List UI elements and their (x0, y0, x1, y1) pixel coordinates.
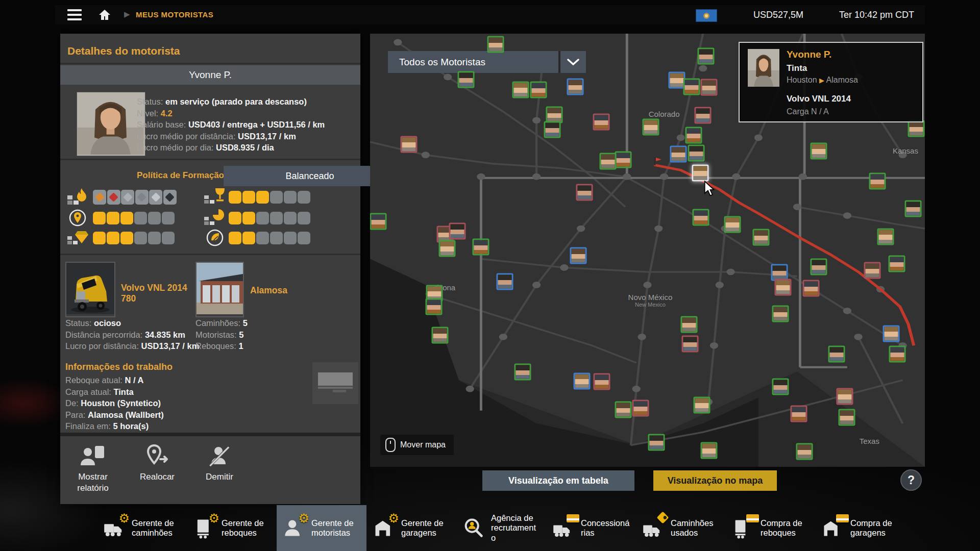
driver-marker-selected[interactable] (692, 164, 708, 181)
show-report-button[interactable]: Mostrar relatório (62, 438, 124, 499)
driver-marker[interactable] (570, 247, 586, 264)
garage-thumbnail[interactable] (195, 262, 244, 317)
driver-marker[interactable] (688, 145, 705, 162)
driver-marker[interactable] (908, 120, 924, 137)
driver-marker[interactable] (401, 136, 418, 153)
driver-marker[interactable] (803, 280, 820, 297)
driver-marker[interactable] (530, 82, 547, 98)
card-icon (836, 514, 849, 522)
driver-marker[interactable] (449, 223, 465, 240)
driver-marker[interactable] (683, 78, 700, 95)
driver-marker[interactable] (426, 298, 443, 315)
driver-marker[interactable] (439, 240, 456, 257)
truck-name-link[interactable]: Volvo VNL 2014 780 (121, 283, 195, 304)
driver-marker[interactable] (772, 378, 789, 395)
driver-marker[interactable] (473, 238, 489, 255)
driver-marker[interactable] (615, 401, 631, 418)
driver-marker[interactable] (648, 434, 665, 451)
driver-marker[interactable] (772, 306, 789, 322)
info-label: Lucro médio por distância: (137, 132, 238, 141)
chevron-down-icon[interactable] (558, 51, 586, 73)
driver-marker[interactable] (669, 71, 685, 88)
driver-marker[interactable] (883, 325, 899, 342)
nav-item-trailer-manager[interactable]: ⚙Gerente de reboques (187, 505, 277, 551)
driver-marker[interactable] (877, 229, 894, 245)
driver-marker[interactable] (774, 279, 791, 295)
driver-marker[interactable] (889, 346, 905, 363)
driver-marker[interactable] (697, 48, 714, 65)
driver-marker[interactable] (695, 107, 712, 123)
gear-icon: ⚙ (118, 512, 130, 524)
driver-marker[interactable] (694, 396, 710, 413)
skill-row-long-distance (66, 209, 176, 227)
driver-marker[interactable] (864, 262, 880, 279)
nav-item-truck-manager[interactable]: ⚙Gerente de caminhões (97, 505, 187, 551)
driver-marker[interactable] (828, 346, 845, 363)
driver-marker[interactable] (643, 119, 659, 136)
help-button[interactable]: ? (900, 469, 922, 491)
move-map-control[interactable]: Mover mapa (380, 435, 454, 455)
garage-name-link[interactable]: Alamosa (250, 285, 287, 296)
driver-marker[interactable] (615, 152, 631, 168)
driver-marker[interactable] (811, 143, 827, 160)
driver-marker[interactable] (487, 36, 504, 53)
driver-marker[interactable] (574, 372, 591, 389)
driver-marker[interactable] (512, 82, 529, 98)
nav-item-recruitment-agency[interactable]: Agência de recrutament o (456, 505, 546, 551)
table-view-button[interactable]: Visualização em tabela (482, 470, 634, 491)
driver-marker[interactable] (497, 273, 513, 290)
driver-marker[interactable] (791, 405, 807, 422)
driver-marker[interactable] (685, 127, 702, 143)
fragile-skill-icon (203, 187, 229, 207)
home-icon[interactable] (98, 9, 111, 23)
driver-marker-photo (433, 328, 447, 342)
nav-item-driver-manager[interactable]: ⚙Gerente de motoristas (277, 505, 366, 551)
driver-marker[interactable] (753, 229, 770, 246)
dismiss-button[interactable]: Demitir (189, 438, 250, 499)
driver-marker[interactable] (682, 335, 699, 352)
driver-marker[interactable] (888, 255, 905, 272)
driver-marker[interactable] (837, 388, 853, 405)
info-value: Alamosa (Wallbert) (88, 410, 164, 419)
driver-marker-photo (725, 218, 739, 232)
driver-marker[interactable] (811, 258, 827, 275)
driver-marker[interactable] (431, 327, 448, 343)
nav-item-buy-trailers[interactable]: Compra de reboques (726, 505, 816, 551)
driver-filter-dropdown[interactable]: Todos os Motoristas (388, 51, 586, 73)
relocate-button[interactable]: Realocar (127, 438, 188, 499)
driver-marker[interactable] (869, 172, 886, 189)
nav-item-used-trucks[interactable]: Caminhões usados (636, 505, 726, 551)
drivers-map[interactable]: ColoradoKansasNovo MéxicoNew MexicoTexas… (370, 34, 925, 467)
nav-item-label: Agência de recrutament o (491, 513, 536, 543)
driver-marker[interactable] (724, 216, 741, 233)
info-line: Lucro por distância: USD13,17 / km (65, 340, 199, 352)
map-view-button[interactable]: Visualização no mapa (653, 470, 777, 491)
driver-marker[interactable] (905, 200, 922, 217)
driver-marker[interactable] (692, 209, 709, 226)
driver-marker[interactable] (796, 443, 813, 460)
driver-marker[interactable] (593, 114, 610, 131)
driver-marker-photo (516, 365, 529, 379)
menu-icon[interactable] (67, 9, 82, 20)
driver-marker[interactable] (600, 153, 617, 169)
driver-marker[interactable] (632, 399, 649, 416)
driver-marker[interactable] (370, 213, 387, 230)
driver-marker[interactable] (681, 316, 698, 333)
driver-marker-photo (601, 154, 615, 168)
driver-marker[interactable] (458, 71, 475, 88)
truck-thumbnail[interactable] (65, 262, 115, 317)
driver-marker[interactable] (544, 121, 560, 138)
nav-item-dealerships[interactable]: Concessioná rias (546, 505, 636, 551)
driver-marker[interactable] (701, 79, 718, 96)
driver-marker[interactable] (701, 442, 718, 459)
nav-item-garage-manager[interactable]: ⚙Gerente de garagens (366, 505, 456, 551)
driver-marker[interactable] (567, 79, 584, 95)
driver-marker[interactable] (514, 364, 531, 381)
driver-marker[interactable] (594, 373, 610, 390)
driver-marker[interactable] (838, 409, 855, 426)
nav-item-buy-garages[interactable]: Compra de garagens (816, 505, 905, 551)
skill-row-fragile (203, 188, 311, 206)
driver-marker[interactable] (576, 184, 593, 201)
info-value: USD13,17 / km (141, 341, 200, 350)
driver-marker[interactable] (670, 146, 687, 163)
